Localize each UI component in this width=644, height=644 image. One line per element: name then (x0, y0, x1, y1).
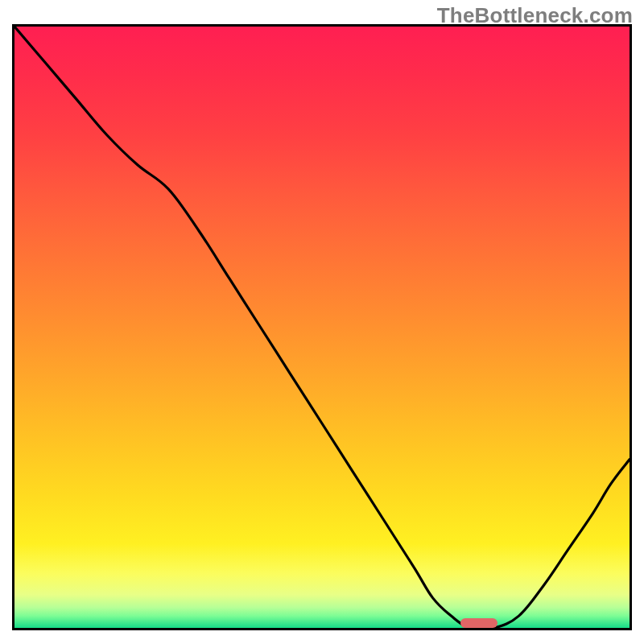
optimal-marker (460, 618, 497, 628)
bottleneck-curve-path (14, 27, 630, 628)
chart-container: TheBottleneck.com (0, 0, 644, 644)
plot-area (14, 27, 630, 628)
curve-svg (14, 27, 630, 628)
plot-frame (12, 24, 632, 630)
